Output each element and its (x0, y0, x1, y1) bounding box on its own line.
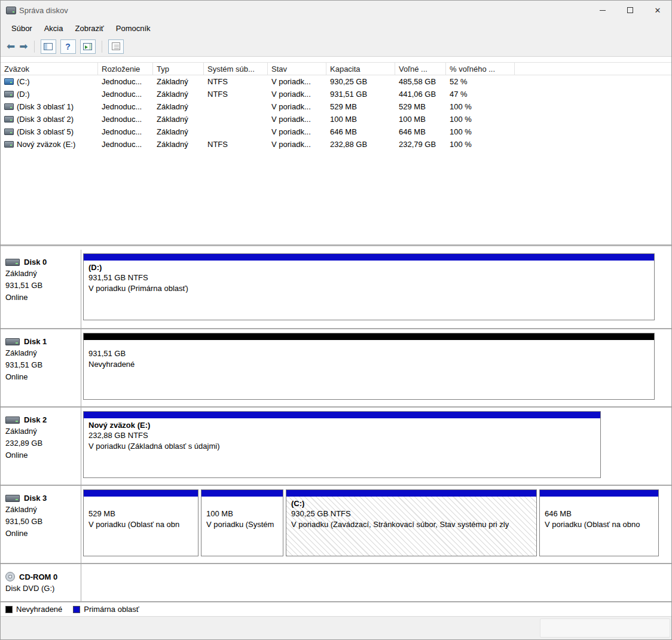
filler-cell (515, 125, 671, 138)
disk-name: Disk 0 (24, 258, 47, 267)
partition-e[interactable]: Nový zväzok (E:) 232,88 GB NTFS V poriad… (83, 411, 601, 478)
legend-label: Nevyhradené (16, 605, 62, 614)
partition-title: (C:) (291, 498, 532, 509)
show-action-pane-button[interactable] (80, 39, 96, 54)
disk-row-1: Disk 1 Základný 931,51 GB Online 931,51 … (1, 328, 671, 406)
window-title: Správa diskov (19, 6, 68, 15)
volume-row-c[interactable]: (C:) Jednoduc... Základný NTFS V poriadk… (1, 75, 671, 88)
title-bar[interactable]: Správa diskov ✕ (1, 1, 671, 20)
layout-cell: Jednoduc... (98, 113, 153, 125)
partition-content: (C:) 930,25 GB NTFS V poriadku (Zavádzac… (286, 497, 536, 530)
layout-cell: Jednoduc... (98, 88, 153, 100)
disk-size: 931,51 GB (5, 360, 78, 370)
free-cell: 485,58 GB (395, 75, 446, 88)
legend-primary: Primárna oblasť (73, 605, 139, 614)
partition-color-bar (201, 490, 283, 497)
disk2-partitions: Nový zväzok (E:) 232,88 GB NTFS V poriad… (81, 408, 671, 485)
disk-type: Základný (5, 504, 78, 515)
status-cell: V poriadk... (268, 113, 326, 125)
status-bar (1, 616, 671, 639)
volume-name: (Disk 3 oblasť 1) (17, 102, 74, 111)
help-button[interactable]: ? (60, 39, 76, 54)
maximize-icon (627, 7, 633, 13)
status-cell: V poriadk... (268, 88, 326, 100)
free-cell: 441,06 GB (395, 88, 446, 100)
partition-status: V poriadku (Primárna oblasť) (88, 283, 649, 294)
free-cell: 100 MB (395, 113, 446, 125)
menu-help[interactable]: Pomocník (110, 21, 157, 36)
type-cell: Základný (153, 88, 204, 100)
disk-type: Základný (5, 348, 78, 358)
volume-icon (4, 78, 14, 85)
column-header-volume[interactable]: Zväzok (1, 62, 98, 75)
partition-system[interactable]: 100 MB V poriadku (Systém (201, 489, 283, 556)
disk-status: Online (5, 372, 78, 382)
disk-status: Online (5, 292, 78, 302)
filler-cell (515, 75, 671, 88)
partition-recovery-1[interactable]: 529 MB V poriadku (Oblasť na obn (83, 489, 198, 556)
disk-row-2: Disk 2 Základný 232,89 GB Online Nový zv… (1, 406, 671, 485)
menu-file[interactable]: Súbor (5, 21, 38, 36)
partition-unallocated[interactable]: 931,51 GB Nevyhradené (83, 333, 655, 400)
maximize-button[interactable] (616, 1, 644, 20)
close-button[interactable]: ✕ (644, 1, 671, 20)
partition-title: (D:) (88, 262, 649, 272)
disk-management-window: Správa diskov ✕ Súbor Akcia Zobraziť Pom… (0, 0, 672, 640)
partition-size: 930,25 GB NTFS (291, 509, 532, 519)
volume-name: (C:) (17, 77, 30, 86)
disk2-info-panel[interactable]: Disk 2 Základný 232,89 GB Online (1, 408, 81, 485)
disk-row-3: Disk 3 Základný 931,50 GB Online 529 MB … (1, 485, 671, 563)
column-header-filesystem[interactable]: Systém súb... (204, 62, 268, 75)
menu-bar: Súbor Akcia Zobraziť Pomocník (1, 20, 671, 36)
partition-color-bar (84, 490, 198, 497)
column-header-layout[interactable]: Rozloženie (98, 62, 153, 75)
column-header-type[interactable]: Typ (153, 62, 204, 75)
column-header-status[interactable]: Stav (268, 62, 326, 75)
cdrom-row: CD-ROM 0 Disk DVD (G:) (1, 563, 671, 601)
partition-d[interactable]: (D:) 931,51 GB NTFS V poriadku (Primárna… (83, 253, 655, 320)
filesystem-cell: NTFS (204, 75, 268, 88)
column-header-capacity[interactable]: Kapacita (326, 62, 395, 75)
volume-row-e[interactable]: Nový zväzok (E:) Jednoduc... Základný NT… (1, 138, 671, 151)
filler-cell (515, 113, 671, 125)
properties-button[interactable] (108, 39, 124, 54)
partition-recovery-2[interactable]: 646 MB V poriadku (Oblasť na obno (539, 489, 659, 556)
volume-cell: (D:) (1, 88, 98, 100)
disk-status: Online (5, 528, 78, 538)
filesystem-cell: NTFS (204, 88, 268, 100)
menu-action[interactable]: Akcia (38, 21, 69, 36)
volume-icon (4, 128, 14, 135)
disk3-partitions: 529 MB V poriadku (Oblasť na obn 100 MB … (81, 486, 671, 563)
free-pct-cell: 52 % (446, 75, 515, 88)
properties-icon (112, 42, 120, 50)
status-grip (540, 618, 670, 638)
volume-table-header: Zväzok Rozloženie Typ Systém súb... Stav… (1, 62, 671, 75)
partition-c[interactable]: (C:) 930,25 GB NTFS V poriadku (Zavádzac… (286, 489, 537, 556)
partition-size: 931,51 GB (88, 348, 649, 359)
disk-status: Online (5, 450, 78, 460)
status-cell: V poriadk... (268, 138, 326, 151)
console-tree-button[interactable] (41, 39, 56, 54)
disk0-info-panel[interactable]: Disk 0 Základný 931,51 GB Online (1, 250, 81, 328)
cdrom-icon (5, 572, 15, 581)
volume-row-d[interactable]: (D:) Jednoduc... Základný NTFS V poriadk… (1, 88, 671, 100)
menu-view[interactable]: Zobraziť (69, 21, 110, 36)
minimize-button[interactable] (589, 1, 616, 20)
volume-row-disk3-oblast5[interactable]: (Disk 3 oblasť 5) Jednoduc... Základný V… (1, 125, 671, 138)
cdrom-info-panel[interactable]: CD-ROM 0 Disk DVD (G:) (1, 564, 81, 601)
column-header-free-pct[interactable]: % voľného ... (446, 62, 515, 75)
disk1-info-panel[interactable]: Disk 1 Základný 931,51 GB Online (1, 329, 81, 406)
volume-row-disk3-oblast2[interactable]: (Disk 3 oblasť 2) Jednoduc... Základný V… (1, 113, 671, 125)
disk3-info-panel[interactable]: Disk 3 Základný 931,50 GB Online (1, 486, 81, 563)
partition-status: V poriadku (Oblasť na obno (545, 519, 653, 530)
column-header-free[interactable]: Voľné ... (395, 62, 446, 75)
forward-arrow-icon[interactable]: ➡ (19, 41, 28, 51)
back-arrow-icon[interactable]: ⬅ (7, 41, 15, 51)
volume-cell: (C:) (1, 75, 98, 88)
disk0-partitions: (D:) 931,51 GB NTFS V poriadku (Primárna… (81, 250, 671, 328)
filesystem-cell: NTFS (204, 138, 268, 151)
partition-size: 931,51 GB NTFS (88, 272, 649, 283)
partition-title (206, 498, 278, 509)
disk-name: Disk 3 (24, 494, 47, 503)
volume-row-disk3-oblast1[interactable]: (Disk 3 oblasť 1) Jednoduc... Základný V… (1, 100, 671, 113)
